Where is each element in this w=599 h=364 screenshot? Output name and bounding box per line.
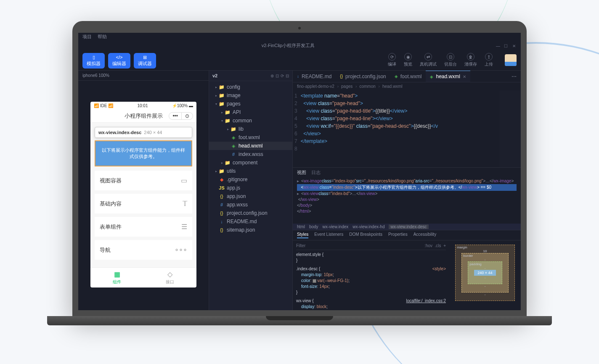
wxml-icon: ◈: [230, 143, 237, 149]
toolbar: ▯ 模拟器 </> 编辑器 ⊞ 调试器 ⟳编译 ◉预览 ⇄真机调试: [78, 50, 521, 70]
code-editor[interactable]: 12345678 <template name="head"> <view cl…: [293, 90, 521, 167]
tree-item[interactable]: ▾📁common: [209, 116, 292, 125]
json-icon: {}: [218, 194, 225, 199]
style-tab[interactable]: Accessibility: [413, 232, 436, 238]
camera-dot: [298, 27, 301, 29]
tree-item[interactable]: ↓README.md: [209, 217, 292, 226]
dom-crumb-item[interactable]: wx-view.index-desc: [389, 224, 428, 229]
devtools-tab-log[interactable]: 日志: [311, 169, 321, 176]
tree-item[interactable]: {}project.config.json: [209, 209, 292, 217]
menu-row[interactable]: 基础内容𝕋: [95, 194, 192, 214]
tree-item[interactable]: ◈foot.wxml: [209, 133, 292, 142]
action-remote[interactable]: ⇄真机调试: [420, 53, 437, 67]
style-tab[interactable]: Styles: [297, 232, 308, 238]
tabbar-api[interactable]: ◇接口: [143, 268, 196, 288]
tree-root[interactable]: v2: [212, 73, 269, 78]
add-rule-button[interactable]: +: [443, 243, 446, 248]
tree-item[interactable]: ▸📁component: [209, 158, 292, 167]
breadcrumb-item[interactable]: common: [359, 84, 379, 89]
menu-row[interactable]: 导航∘∘∘: [95, 240, 192, 260]
hov-button[interactable]: :hov: [424, 243, 432, 248]
minimize-icon[interactable]: —: [496, 44, 501, 48]
action-upload[interactable]: ↥上传: [485, 53, 493, 67]
tree-item[interactable]: ▾📁pages: [209, 100, 292, 108]
style-tab[interactable]: DOM Breakpoints: [349, 232, 382, 238]
action-compile[interactable]: ⟳编译: [388, 53, 396, 67]
menu-row-icon: ▭: [181, 177, 187, 185]
breadcrumb-item[interactable]: fino-applet-demo-v2: [297, 84, 339, 89]
chevron-icon: ▸: [214, 94, 218, 98]
status-time: 10:01: [137, 103, 148, 108]
chevron-icon: ▸: [220, 111, 224, 114]
editor-tab[interactable]: ◈head.wxml✕: [426, 71, 470, 82]
tree-item[interactable]: {}sitemap.json: [209, 226, 292, 234]
close-icon[interactable]: ✕: [512, 44, 517, 48]
capsule-button[interactable]: ••• ⊙: [169, 112, 193, 120]
style-tab[interactable]: Properties: [388, 232, 408, 238]
tab-editor[interactable]: </> 编辑器: [108, 53, 130, 69]
close-icon[interactable]: ✕: [463, 74, 466, 79]
avatar[interactable]: [505, 54, 517, 66]
tree-item[interactable]: {}app.json: [209, 192, 292, 200]
folder-icon: 📁: [224, 118, 231, 124]
tab-debugger-label: 调试器: [138, 61, 152, 67]
tree-item[interactable]: ▸📁image: [209, 91, 292, 100]
tree-item[interactable]: ▸📁lib: [209, 125, 292, 133]
styles-pane[interactable]: Filter :hov .cls + element.style {} .ind…: [293, 240, 449, 310]
new-file-icon[interactable]: ⊕: [270, 74, 274, 78]
breadcrumb-item[interactable]: pages: [341, 84, 357, 89]
filter-input[interactable]: Filter: [296, 243, 305, 249]
menu-row[interactable]: 视图容器▭: [95, 171, 192, 190]
dom-crumb-item[interactable]: wx-view.index: [323, 224, 349, 229]
collapse-icon[interactable]: ⊟: [286, 74, 289, 78]
minimap[interactable]: [500, 90, 521, 167]
capsule-close-icon: ⊙: [182, 113, 193, 119]
menu-row[interactable]: 表单组件☰: [95, 217, 192, 237]
tree-item[interactable]: ▸📁API: [209, 108, 292, 116]
editor-panel: ↓README.md{}project.config.json◈foot.wxm…: [293, 71, 521, 310]
breadcrumb-item[interactable]: head.wxml: [382, 84, 404, 89]
file-tree-panel: v2 ⊕ ⊡ ⟳ ⊟ ▸📁config▸📁image▾📁pages▸📁API▾📁…: [209, 71, 293, 310]
action-clear-cache[interactable]: 🗑清缓存: [464, 53, 477, 67]
dom-crumb-item[interactable]: html: [297, 224, 305, 229]
tree-item[interactable]: ▸📁config: [209, 83, 292, 91]
simulator-device-label[interactable]: iphone6 100%: [78, 71, 209, 81]
menu-help[interactable]: 帮助: [98, 34, 107, 40]
tabbar-component[interactable]: ▦组件: [90, 268, 143, 288]
dom-crumb-item[interactable]: body: [309, 224, 318, 229]
menu-row-icon: 𝕋: [183, 200, 187, 208]
dom-crumb-item[interactable]: wx-view.index-hd: [353, 224, 384, 229]
code-icon: </>: [117, 55, 122, 60]
menu-row-icon: ☰: [181, 223, 187, 231]
tab-simulator[interactable]: ▯ 模拟器: [82, 53, 105, 69]
action-background[interactable]: ⊡切后台: [444, 53, 457, 67]
chevron-icon: ▾: [214, 102, 218, 106]
menu-project[interactable]: 项目: [82, 34, 92, 40]
devtools-tab-view[interactable]: 视图: [297, 169, 306, 176]
tree-item[interactable]: ▸📁utils: [209, 167, 292, 175]
tab-overflow-icon[interactable]: ⋯: [507, 74, 521, 79]
tab-debugger[interactable]: ⊞ 调试器: [134, 53, 156, 69]
refresh-icon[interactable]: ⟳: [281, 74, 284, 78]
editor-tab[interactable]: {}project.config.json: [336, 71, 390, 82]
action-preview[interactable]: ◉预览: [404, 53, 412, 67]
tab-simulator-label: 模拟器: [87, 61, 101, 67]
app-window: 项目 帮助 v2-FinClip小程序开发工具 — ☐ ✕ ▯ 模拟器: [78, 33, 521, 310]
menubar: 项目 帮助: [78, 33, 521, 41]
tree-item[interactable]: #app.wxss: [209, 200, 292, 209]
wxss-icon: #: [218, 202, 225, 207]
chevron-icon: ▸: [226, 127, 230, 131]
tree-item[interactable]: ◆.gitignore: [209, 175, 292, 184]
highlighted-element[interactable]: 以下将展示小程序官方组件能力，组件样式仅供参考。: [95, 140, 192, 166]
editor-tab[interactable]: ↓README.md: [293, 71, 336, 82]
dom-tree[interactable]: ▸<wx-image class="index-logo" src="../re…: [293, 177, 521, 224]
cls-button[interactable]: .cls: [435, 243, 441, 248]
tree-item[interactable]: JSapp.js: [209, 184, 292, 192]
tree-item[interactable]: #index.wxss: [209, 150, 292, 158]
box-model: margin 10 border - padding - 240 × 4: [449, 240, 521, 310]
maximize-icon[interactable]: ☐: [504, 44, 509, 48]
editor-tab[interactable]: ◈foot.wxml: [390, 71, 426, 82]
new-folder-icon[interactable]: ⊡: [276, 74, 279, 78]
tree-item[interactable]: ◈head.wxml: [209, 142, 292, 150]
style-tab[interactable]: Event Listeners: [314, 232, 343, 238]
